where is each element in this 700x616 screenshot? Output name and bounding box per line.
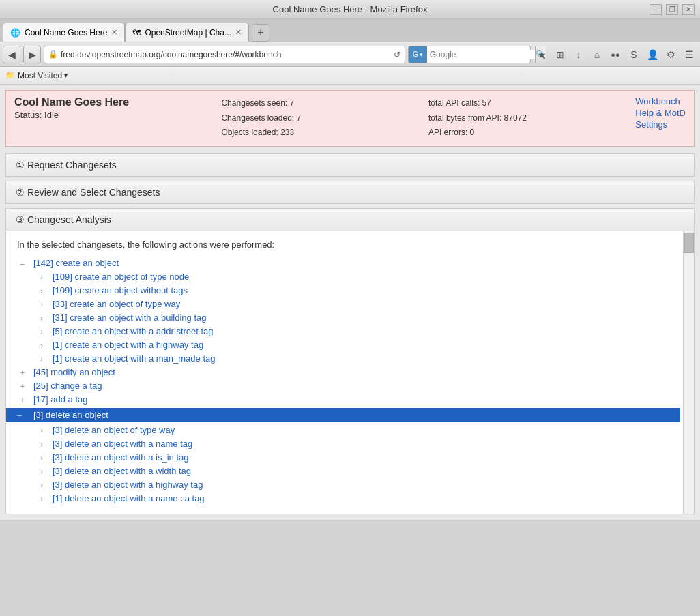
new-tab-button[interactable]: + [252,24,269,42]
toggle-create-building-tag[interactable]: › [36,312,47,323]
tree-item-delete-type-way[interactable]: › [3] delete an object of type way [36,424,669,437]
section2-number: ② [16,187,25,198]
link-create-without-tags[interactable]: [109] create an object without tags [53,285,188,295]
total-api-calls-stat: total API calls: 57 [428,96,635,111]
toggle-create-man-made-tag[interactable]: › [36,353,47,364]
tab-icon-1: 🗺 [132,28,141,38]
tree-item-create-type-way[interactable]: › [33] create an object of type way [36,297,669,311]
tree-item-delete-is-in-tag[interactable]: › [3] delete an object with a is_in tag [36,451,669,465]
link-delete-name-ca-tag[interactable]: [1] delete an object with a name:ca tag [53,493,205,503]
analysis-body: In the selected changesets, the followin… [5,231,695,514]
tree-item-delete-object-selected[interactable]: – [3] delete an object [6,408,680,422]
link-create-man-made-tag[interactable]: [1] create an object with a man_made tag [53,353,215,364]
toggle-create-type-way[interactable]: › [36,299,47,310]
tree-item-delete-name-tag[interactable]: › [3] delete an object with a name tag [36,437,669,451]
toggle-delete-name-tag[interactable]: › [36,439,47,450]
toggle-create-without-tags[interactable]: › [36,285,47,296]
settings-link[interactable]: Settings [635,119,686,130]
tree-item-create-type-node[interactable]: › [109] create an object of type node [36,270,669,284]
window-controls[interactable]: – ❐ ✕ [650,4,695,15]
section-analysis-header[interactable]: ③ Changeset Analysis [5,208,695,231]
link-create-addr-street-tag[interactable]: [5] create an object with a addr:street … [53,326,214,336]
workbench-link[interactable]: Workbench [635,96,686,106]
tree-item-create-object[interactable]: – [142] create an object [17,256,669,270]
tree-item-delete-name-ca-tag[interactable]: › [1] delete an object with a name:ca ta… [36,492,669,505]
toggle-create-object[interactable]: – [17,258,28,269]
back-button[interactable]: ◀ [3,46,20,63]
toggle-change-tag[interactable]: + [17,381,28,392]
tree-item-change-tag[interactable]: + [25] change a tag [17,379,669,393]
most-visited-arrow: ▾ [64,72,68,79]
tab-close-0[interactable]: ✕ [111,28,117,37]
toggle-delete-object[interactable]: – [17,410,28,420]
link-delete-width-tag[interactable]: [3] delete an object with a width tag [53,466,191,476]
help-motd-link[interactable]: Help & MotD [635,108,686,118]
refresh-button[interactable]: ↺ [394,50,400,59]
search-bar[interactable]: G ▾ 🔍 [408,46,531,63]
tab-osm[interactable]: 🗺 OpenStreetMap | Cha... ✕ [125,23,249,42]
link-create-highway-tag[interactable]: [1] create an object with a highway tag [53,340,203,350]
forward-button[interactable]: ▶ [23,46,41,63]
toggle-create-type-node[interactable]: › [36,272,47,282]
user-icon[interactable]: 👤 [644,46,660,63]
analysis-number: ③ [16,214,25,225]
gear-icon[interactable]: ⚙ [662,46,679,63]
tab-icon-0: 🌐 [10,28,20,38]
scrollbar[interactable] [683,231,694,514]
tree-item-add-tag[interactable]: + [17] add a tag [17,393,669,407]
link-delete-is-in-tag[interactable]: [3] delete an object with a is_in tag [53,452,188,463]
screenshot-icon[interactable]: ⊞ [552,46,568,63]
tree-item-modify-object[interactable]: + [45] modify an object [17,366,669,379]
close-button[interactable]: ✕ [682,4,695,15]
tree-item-create-man-made-tag[interactable]: › [1] create an object with a man_made t… [36,352,669,366]
search-input[interactable] [427,50,535,59]
tab-close-1[interactable]: ✕ [235,28,242,37]
address-bar[interactable]: 🔒 fred.dev.openstreetmap.org/coolnamegoe… [44,46,405,63]
link-delete-type-way[interactable]: [3] delete an object of type way [53,425,175,435]
tree-item-create-without-tags[interactable]: › [109] create an object without tags [36,284,669,297]
sync-icon[interactable]: S [626,46,642,63]
maximize-button[interactable]: ❐ [666,4,678,15]
toggle-delete-type-way[interactable]: › [36,425,47,436]
toggle-delete-is-in-tag[interactable]: › [36,452,47,463]
home-icon[interactable]: ⌂ [589,46,605,63]
app-stats-col2: total API calls: 57 total bytes from API… [428,96,635,141]
tab-coolname[interactable]: 🌐 Cool Name Goes Here ✕ [3,23,125,42]
objects-loaded-stat: Objects loaded: 233 [221,126,428,141]
tab-label-1: OpenStreetMap | Cha... [145,28,231,38]
link-create-type-way[interactable]: [33] create an object of type way [53,299,180,309]
link-delete-highway-tag[interactable]: [3] delete an object with a highway tag [53,480,203,490]
changesets-seen-stat: Changesets seen: 7 [221,96,428,111]
link-create-object[interactable]: [142] create an object [33,258,119,268]
minimize-button[interactable]: – [650,4,662,15]
search-dropdown-arrow[interactable]: ▾ [420,51,423,58]
scrollbar-thumb[interactable] [684,233,694,253]
link-create-type-node[interactable]: [109] create an object of type node [53,272,189,282]
toggle-modify-object[interactable]: + [17,367,28,378]
link-modify-object[interactable]: [45] modify an object [33,367,115,377]
tree-item-create-highway-tag[interactable]: › [1] create an object with a highway ta… [36,338,669,352]
link-add-tag[interactable]: [17] add a tag [33,394,88,405]
link-delete-name-tag[interactable]: [3] delete an object with a name tag [53,439,192,449]
link-delete-object[interactable]: [3] delete an object [33,410,108,420]
tree-item-create-addr-street-tag[interactable]: › [5] create an object with a addr:stree… [36,325,669,338]
section-request-changesets[interactable]: ① Request Changesets [5,153,695,177]
most-visited-bookmark[interactable]: Most Visited ▾ [18,71,68,80]
toggle-create-addr-street-tag[interactable]: › [36,326,47,337]
toggle-add-tag[interactable]: + [17,394,28,405]
section-review-changesets[interactable]: ② Review and Select Changesets [5,181,695,204]
menu-icon[interactable]: ☰ [681,46,697,63]
toggle-delete-highway-tag[interactable]: › [36,480,47,490]
tree-item-delete-width-tag[interactable]: › [3] delete an object with a width tag [36,465,669,478]
tree-item-delete-highway-tag[interactable]: › [3] delete an object with a highway ta… [36,478,669,492]
download-icon[interactable]: ↓ [570,46,587,63]
nav-icon-group: ★ ⊞ ↓ ⌂ ●● S 👤 ⚙ ☰ [534,46,697,63]
toggle-delete-width-tag[interactable]: › [36,466,47,477]
tree-item-create-building-tag[interactable]: › [31] create an object with a building … [36,311,669,325]
link-change-tag[interactable]: [25] change a tag [33,381,102,391]
toggle-create-highway-tag[interactable]: › [36,340,47,351]
link-create-building-tag[interactable]: [31] create an object with a building ta… [53,312,206,323]
bookmark-star-icon[interactable]: ★ [534,46,550,63]
toggle-delete-name-ca-tag[interactable]: › [36,493,47,504]
account-icon[interactable]: ●● [607,46,624,63]
